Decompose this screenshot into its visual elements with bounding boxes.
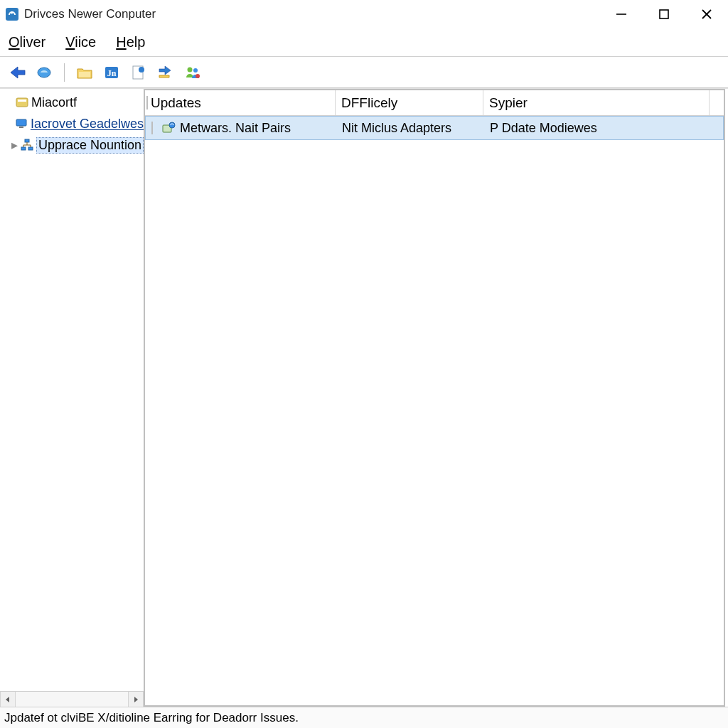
tree-panel: Miacortf Iacrovet Geadelwes ▸ Upprace No… <box>0 89 145 707</box>
column-grip[interactable] <box>146 96 148 109</box>
app-icon <box>4 6 20 22</box>
toolbar: Jn <box>0 57 728 88</box>
body-split: Miacortf Iacrovet Geadelwes ▸ Upprace No… <box>0 88 728 707</box>
cell-dfflicely: Nit Miclus Adapters <box>336 121 484 136</box>
close-button[interactable] <box>685 0 728 28</box>
tree-item-2[interactable]: ▸ Upprace Nountion <box>0 134 144 156</box>
svg-rect-2 <box>660 10 668 18</box>
toolbar-separator <box>64 63 65 82</box>
network-adapter-icon <box>161 121 176 135</box>
svg-rect-6 <box>79 72 90 77</box>
svg-rect-0 <box>6 8 18 21</box>
cell-sypier: P Ddate Modiewes <box>484 121 723 136</box>
list-row[interactable]: Metwars. Nait Pairs Nit Miclus Adapters … <box>145 116 724 140</box>
column-header-stub <box>710 90 724 115</box>
users-button[interactable] <box>183 63 203 82</box>
column-header-updates[interactable]: Updates <box>145 90 336 115</box>
statusbar: Jpdatef ot clviBE X/ditioline Earring fo… <box>0 707 728 728</box>
scroll-track[interactable] <box>16 692 128 707</box>
cell-text: Metwars. Nait Pairs <box>180 121 291 136</box>
column-label: Sypier <box>489 95 528 111</box>
tree-horizontal-scrollbar[interactable] <box>0 691 144 707</box>
cell-text: Nit Miclus Adapters <box>342 121 451 136</box>
svg-rect-17 <box>19 127 23 128</box>
export-button[interactable] <box>156 63 176 82</box>
cell-text: P Ddate Modiewes <box>490 121 597 136</box>
folder-button[interactable] <box>75 63 95 82</box>
info-button[interactable]: Jn <box>102 63 122 82</box>
page-button[interactable] <box>129 63 149 82</box>
svg-rect-19 <box>21 147 26 150</box>
svg-rect-20 <box>28 147 33 150</box>
tree-item-1[interactable]: Iacrovet Geadelwes <box>0 113 144 134</box>
column-header-sypier[interactable]: Sypier <box>483 90 710 115</box>
svg-point-11 <box>188 67 193 72</box>
menubar: Oliver Viice Help <box>0 28 728 57</box>
window-title: Drivces Newer Conputer <box>24 7 156 21</box>
menu-label: Viice <box>65 34 96 50</box>
tree-item-label: Iacrovet Geadelwes <box>31 117 144 132</box>
svg-rect-14 <box>16 98 28 107</box>
maximize-button[interactable] <box>643 0 685 28</box>
svg-rect-15 <box>18 100 26 102</box>
scroll-left-icon[interactable] <box>0 692 16 707</box>
tree-item-root[interactable]: Miacortf <box>0 92 144 113</box>
menu-label: Help <box>116 34 145 50</box>
minimize-button[interactable] <box>600 0 643 28</box>
list-panel: Updates DFFlicely Sypier Met <box>145 89 725 707</box>
column-label: DFFlicely <box>341 95 397 111</box>
row-grip <box>151 122 153 134</box>
svg-point-22 <box>169 122 175 128</box>
scroll-right-icon[interactable] <box>128 692 144 707</box>
svg-point-10 <box>139 67 144 73</box>
app-node-icon <box>16 96 28 109</box>
svg-rect-18 <box>25 139 29 142</box>
hierarchy-icon <box>21 139 33 151</box>
svg-point-13 <box>196 74 200 78</box>
status-text: Jpdatef ot clviBE X/ditioline Earring fo… <box>4 711 299 725</box>
svg-text:Jn: Jn <box>107 68 117 78</box>
menu-viice[interactable]: Viice <box>65 34 96 50</box>
svg-point-12 <box>193 68 198 73</box>
expander-icon[interactable]: ▸ <box>11 137 18 153</box>
menu-oliver[interactable]: Oliver <box>9 34 46 50</box>
window-controls <box>600 0 728 28</box>
list-header: Updates DFFlicely Sypier <box>145 90 724 116</box>
titlebar: Drivces Newer Conputer <box>0 0 728 28</box>
back-button[interactable] <box>7 63 27 82</box>
cell-updates: Metwars. Nait Pairs <box>146 121 336 136</box>
column-header-dfflicely[interactable]: DFFlicely <box>336 90 483 115</box>
monitor-icon <box>15 117 28 130</box>
tree-item-label: Miacortf <box>31 95 77 110</box>
tree-item-label: Upprace Nountion <box>36 137 144 154</box>
svg-rect-16 <box>16 119 26 126</box>
menu-help[interactable]: Help <box>116 34 145 50</box>
menu-label: Oliver <box>9 34 46 50</box>
computer-icon[interactable] <box>34 63 54 82</box>
column-label: Updates <box>151 95 201 111</box>
